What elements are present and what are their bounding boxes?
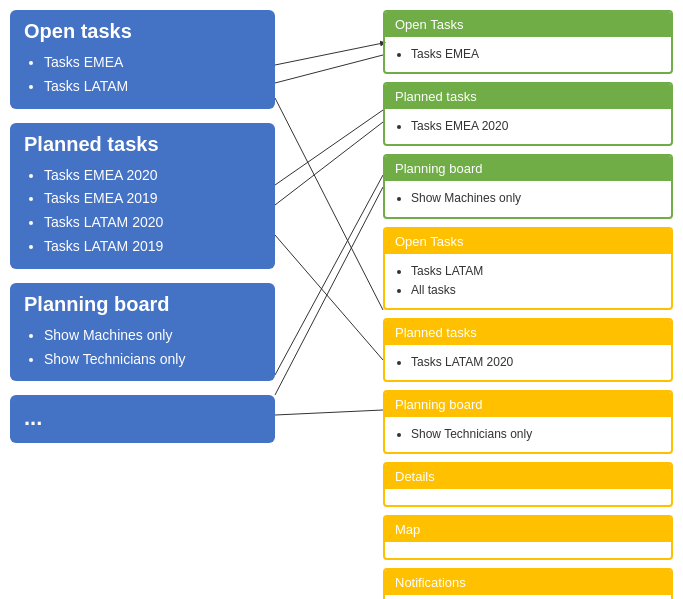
svg-line-3: [275, 110, 383, 185]
list-item: Tasks LATAM 2020: [44, 211, 261, 235]
left-box-planning-board: Planning board Show Machines only Show T…: [10, 283, 275, 382]
right-section-orange-open-tasks: Open Tasks Tasks LATAM All tasks: [383, 227, 673, 310]
svg-line-6: [275, 175, 383, 375]
green-planning-board-body: Show Machines only: [385, 185, 671, 208]
list-item: Tasks EMEA 2020: [411, 117, 661, 136]
planning-board-title: Planning board: [24, 293, 261, 316]
left-column: Open tasks Tasks EMEA Tasks LATAM Planne…: [10, 10, 275, 457]
right-section-orange-notifications: Notifications: [383, 568, 673, 599]
list-item: Tasks EMEA 2020: [44, 164, 261, 188]
list-item: Show Machines only: [44, 324, 261, 348]
list-item: Show Machines only: [411, 189, 661, 208]
svg-line-7: [275, 187, 383, 395]
right-section-orange-map: Map: [383, 515, 673, 560]
right-section-green-open-tasks: Open Tasks Tasks EMEA: [383, 10, 673, 74]
open-tasks-list: Tasks EMEA Tasks LATAM: [24, 51, 261, 99]
open-tasks-title: Open tasks: [24, 20, 261, 43]
green-open-tasks-body: Tasks EMEA: [385, 41, 671, 64]
orange-open-tasks-body: Tasks LATAM All tasks: [385, 258, 671, 300]
list-item: All tasks: [411, 281, 661, 300]
green-open-tasks-header: Open Tasks: [385, 12, 671, 37]
left-box-open-tasks: Open tasks Tasks EMEA Tasks LATAM: [10, 10, 275, 109]
green-planned-tasks-body: Tasks EMEA 2020: [385, 113, 671, 136]
svg-line-5: [275, 235, 383, 360]
right-section-orange-details: Details: [383, 462, 673, 507]
list-item: Tasks LATAM: [411, 262, 661, 281]
orange-planning-board-body: Show Technicians only: [385, 421, 671, 444]
right-section-orange-planned-tasks: Planned tasks Tasks LATAM 2020: [383, 318, 673, 382]
list-item: Tasks EMEA: [44, 51, 261, 75]
right-section-green-planned-tasks: Planned tasks Tasks EMEA 2020: [383, 82, 673, 146]
svg-line-1: [275, 55, 383, 83]
orange-map-body: [385, 546, 671, 550]
left-box-planned-tasks: Planned tasks Tasks EMEA 2020 Tasks EMEA…: [10, 123, 275, 269]
svg-line-4: [275, 122, 383, 205]
orange-open-tasks-header: Open Tasks: [385, 229, 671, 254]
svg-line-8: [275, 410, 383, 415]
list-item: Tasks LATAM 2020: [411, 353, 661, 372]
orange-planning-board-header: Planning board: [385, 392, 671, 417]
list-item: Tasks LATAM: [44, 75, 261, 99]
orange-planned-tasks-header: Planned tasks: [385, 320, 671, 345]
dots-text: ...: [24, 405, 261, 431]
planned-tasks-title: Planned tasks: [24, 133, 261, 156]
list-item: Show Technicians only: [411, 425, 661, 444]
svg-line-0: [275, 43, 383, 65]
orange-map-header: Map: [385, 517, 671, 542]
planning-board-list: Show Machines only Show Technicians only: [24, 324, 261, 372]
right-section-green-planning-board: Planning board Show Machines only: [383, 154, 673, 218]
orange-notifications-header: Notifications: [385, 570, 671, 595]
orange-planned-tasks-body: Tasks LATAM 2020: [385, 349, 671, 372]
list-item: Tasks LATAM 2019: [44, 235, 261, 259]
planned-tasks-list: Tasks EMEA 2020 Tasks EMEA 2019 Tasks LA…: [24, 164, 261, 259]
left-box-dots: ...: [10, 395, 275, 443]
list-item: Show Technicians only: [44, 348, 261, 372]
right-column: Open Tasks Tasks EMEA Planned tasks Task…: [383, 10, 673, 599]
green-planning-board-header: Planning board: [385, 156, 671, 181]
green-planned-tasks-header: Planned tasks: [385, 84, 671, 109]
orange-details-header: Details: [385, 464, 671, 489]
svg-line-2: [275, 98, 383, 310]
list-item: Tasks EMEA: [411, 45, 661, 64]
right-section-orange-planning-board: Planning board Show Technicians only: [383, 390, 673, 454]
list-item: Tasks EMEA 2019: [44, 187, 261, 211]
orange-details-body: [385, 493, 671, 497]
main-container: Open tasks Tasks EMEA Tasks LATAM Planne…: [0, 0, 683, 599]
